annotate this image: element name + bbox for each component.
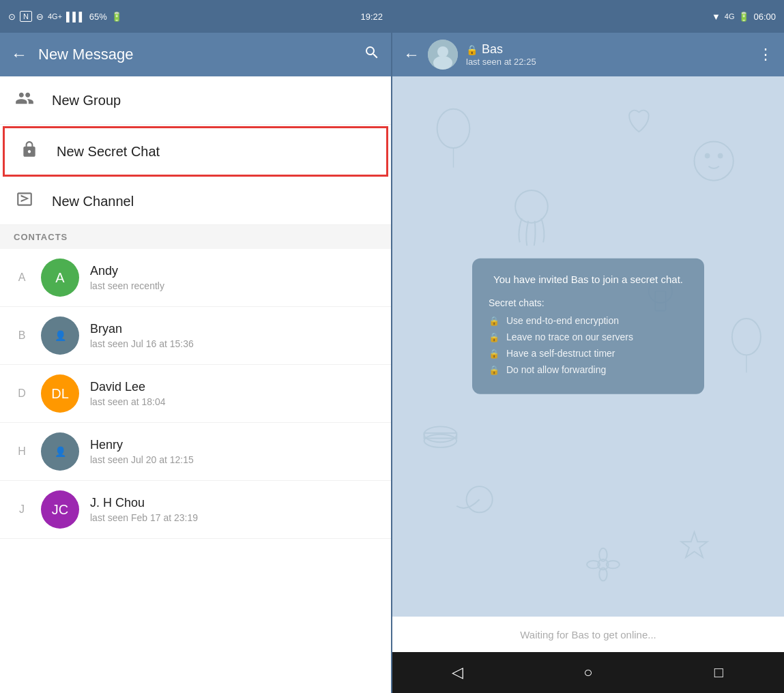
contact-item-andy[interactable]: A A Andy last seen recently: [0, 249, 391, 307]
lock-icon-3: 🔒: [489, 364, 499, 374]
svg-point-10: [732, 319, 761, 355]
contact-letter-d: D: [14, 387, 30, 400]
page-title-left: New Message: [38, 46, 353, 63]
contact-status-jchou: last seen Feb 17 at 23:19: [90, 512, 198, 523]
lock-icon-header: 🔒: [466, 44, 478, 55]
status-bar-right: ▼ 4G 🔋 06:00: [392, 0, 784, 33]
signal-icon: ⊖: [36, 12, 44, 22]
new-group-label: New Group: [52, 93, 121, 108]
feature-item-2: 🔒 Have a self-destruct timer: [489, 348, 688, 359]
battery-icon: 🔋: [111, 12, 122, 22]
contact-info-henry: Henry last seen Jul 20 at 12:15: [90, 438, 194, 465]
contact-name-bryan: Bryan: [90, 322, 194, 336]
new-secret-chat-item[interactable]: New Secret Chat: [3, 126, 388, 177]
contact-item-henry[interactable]: H 👤 Henry last seen Jul 20 at 12:15: [0, 423, 391, 481]
contact-info-david: David Lee last seen at 18:04: [90, 380, 166, 407]
feature-item-1: 🔒 Leave no trace on our servers: [489, 331, 688, 342]
contacts-section-header: CONTACTS: [0, 225, 391, 249]
header-left: ← New Message: [0, 33, 391, 76]
right-panel: ▼ 4G 🔋 06:00 ← 🔒: [392, 0, 784, 693]
wifi-icon-right: ▼: [712, 12, 721, 22]
svg-point-5: [695, 141, 734, 180]
svg-point-1: [437, 46, 448, 57]
contact-item-jchou[interactable]: J JC J. H Chou last seen Feb 17 at 23:19: [0, 481, 391, 539]
status-left-icons: ⊙ N ⊖ 4G+ ▌▌▌ 65% 🔋: [8, 11, 122, 22]
svg-point-6: [705, 153, 710, 159]
contact-info-jchou: J. H Chou last seen Feb 17 at 23:19: [90, 496, 198, 523]
avatar-henry: 👤: [41, 432, 79, 471]
chat-background: You have invited Bas to join a secret ch…: [392, 76, 784, 617]
contact-name-henry: Henry: [90, 438, 194, 452]
status-right-icons: ▼ 4G 🔋 06:00: [712, 12, 776, 22]
svg-point-7: [718, 153, 723, 159]
contact-status-henry: last seen Jul 20 at 12:15: [90, 454, 194, 465]
back-button-left[interactable]: ←: [11, 45, 27, 64]
lock-icon-0: 🔒: [489, 315, 499, 325]
new-secret-chat-icon: [18, 141, 40, 162]
header-right: ← 🔒 Bas last seen at 22:25 ⋮: [392, 33, 784, 76]
search-button[interactable]: [364, 44, 380, 65]
svg-marker-9: [681, 532, 707, 557]
data-icon: 4G+: [48, 12, 62, 20]
new-channel-icon: [14, 190, 35, 212]
status-bar-left: ⊙ N ⊖ 4G+ ▌▌▌ 65% 🔋 19:22: [0, 0, 391, 33]
contact-info-andy: Andy last seen recently: [90, 264, 164, 291]
contact-letter-h: H: [14, 445, 30, 458]
new-group-item[interactable]: New Group: [0, 76, 391, 125]
back-button-right[interactable]: ←: [403, 45, 420, 64]
wifi-icon: ⊙: [8, 12, 16, 22]
bottom-nav: ◁ ○ □: [392, 652, 784, 693]
contact-name-jchou: J. H Chou: [90, 496, 198, 510]
avatar-andy: A: [41, 259, 79, 297]
svg-point-3: [437, 109, 470, 148]
back-nav-button[interactable]: ◁: [437, 659, 478, 686]
invite-text: You have invited Bas to join a secret ch…: [489, 272, 688, 286]
contact-letter-j: J: [14, 503, 30, 516]
contact-name-david: David Lee: [90, 380, 166, 394]
avatar-bryan: 👤: [41, 316, 79, 355]
menu-list: New Group New Secret Chat: [0, 76, 391, 693]
recent-nav-button[interactable]: □: [698, 659, 739, 686]
bars-icon: ▌▌▌: [66, 12, 85, 22]
lock-icon-2: 🔒: [489, 348, 499, 358]
time-left: 19:22: [360, 12, 383, 22]
signal-4g-right: 4G: [725, 12, 735, 20]
feature-header: Secret chats:: [489, 297, 688, 308]
battery-right: 🔋: [738, 12, 749, 22]
avatar-jchou: JC: [41, 490, 79, 529]
avatar-david: DL: [41, 374, 79, 413]
chat-avatar-inner: [428, 40, 458, 70]
feature-item-3: 🔒 Do not allow forwarding: [489, 364, 688, 375]
more-options-button[interactable]: ⋮: [758, 46, 773, 63]
feature-item-0: 🔒 Use end-to-end encryption: [489, 315, 688, 326]
status-time-left: 19:22: [360, 12, 383, 22]
contact-info-bryan: Bryan last seen Jul 16 at 15:36: [90, 322, 194, 349]
contact-status-david: last seen at 18:04: [90, 396, 166, 407]
contact-letter-b: B: [14, 329, 30, 342]
chat-name: 🔒 Bas: [466, 42, 750, 57]
chat-header-info: 🔒 Bas last seen at 22:25: [466, 42, 750, 67]
new-secret-chat-label: New Secret Chat: [57, 144, 160, 160]
svg-point-2: [433, 56, 452, 70]
chat-input-bar: Waiting for Bas to get online...: [392, 617, 784, 652]
chat-status: last seen at 22:25: [466, 57, 750, 67]
svg-point-8: [515, 190, 548, 223]
contact-letter-a: A: [14, 271, 30, 284]
secret-chat-bubble: You have invited Bas to join a secret ch…: [472, 259, 704, 394]
home-nav-button[interactable]: ○: [568, 659, 609, 686]
chat-avatar: [428, 40, 458, 70]
svg-point-20: [424, 434, 457, 447]
contact-status-andy: last seen recently: [90, 280, 164, 291]
nfc-icon: N: [20, 11, 32, 22]
new-group-icon: [14, 89, 35, 112]
battery-text: 65%: [89, 12, 107, 22]
contact-status-bryan: last seen Jul 16 at 15:36: [90, 338, 194, 349]
lock-icon-1: 🔒: [489, 331, 499, 342]
left-panel: ⊙ N ⊖ 4G+ ▌▌▌ 65% 🔋 19:22 ← New Message: [0, 0, 392, 693]
waiting-text: Waiting for Bas to get online...: [520, 629, 656, 640]
new-channel-item[interactable]: New Channel: [0, 178, 391, 225]
time-right: 06:00: [753, 12, 776, 22]
contact-item-david[interactable]: D DL David Lee last seen at 18:04: [0, 365, 391, 423]
contact-item-bryan[interactable]: B 👤 Bryan last seen Jul 16 at 15:36: [0, 307, 391, 365]
contact-name-andy: Andy: [90, 264, 164, 278]
